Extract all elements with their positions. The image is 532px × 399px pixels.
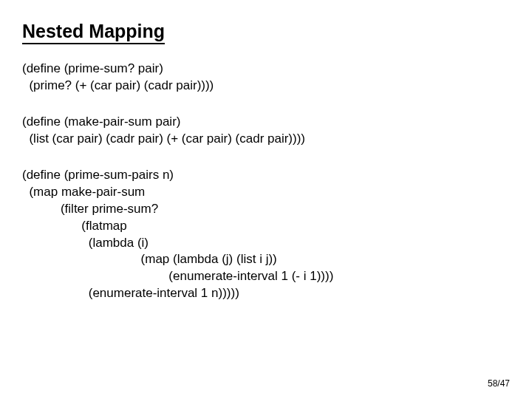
slide-content: Nested Mapping (define (prime-sum? pair)… — [0, 0, 532, 302]
slide-title: Nested Mapping — [22, 21, 165, 44]
code-block-1: (define (prime-sum? pair) (prime? (+ (ca… — [22, 61, 510, 95]
code-block-2: (define (make-pair-sum pair) (list (car … — [22, 114, 510, 148]
code-block-3: (define (prime-sum-pairs n) (map make-pa… — [22, 167, 510, 303]
page-number: 58/47 — [488, 378, 510, 389]
